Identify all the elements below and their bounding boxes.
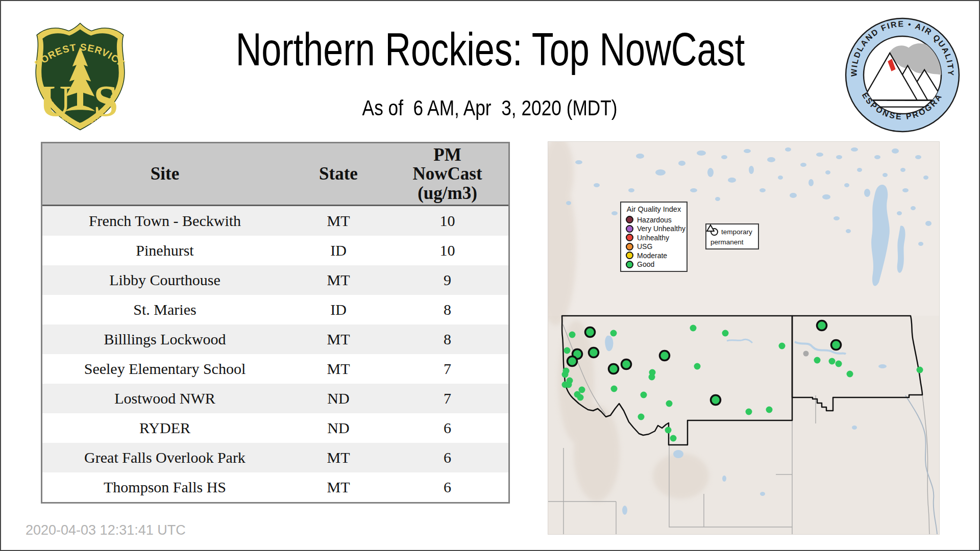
map-canvas — [548, 142, 939, 534]
temporary-monitor-dot — [847, 371, 853, 378]
aqi-color-swatch — [626, 216, 633, 223]
temporary-monitor-dot — [722, 330, 729, 337]
state-cell: MT — [287, 449, 389, 466]
temporary-monitor-dot — [566, 382, 572, 388]
table-row: Libby CourthouseMT9 — [42, 265, 508, 295]
state-column-header: State — [287, 164, 389, 184]
marker-type-legend: temporary permanent — [705, 223, 759, 249]
table-row: Billlings LockwoodMT8 — [42, 324, 508, 354]
table-row: Lostwood NWRND7 — [42, 384, 508, 413]
state-cell: ID — [287, 301, 389, 318]
state-cell: ID — [287, 242, 389, 259]
aqi-legend-item: USG — [626, 242, 687, 252]
state-cell: MT — [287, 360, 389, 378]
pm-nowcast-column-header: PM NowCast (ug/m3) — [389, 145, 505, 202]
value-cell: 6 — [389, 449, 505, 466]
aqi-color-swatch — [626, 261, 633, 268]
temporary-monitor-dot — [836, 361, 842, 367]
inactive-monitors — [803, 351, 809, 357]
state-cell: ND — [287, 390, 389, 407]
aqi-item-label: USG — [637, 242, 652, 251]
temporary-monitor-dot — [564, 347, 571, 354]
temporary-monitor-dot — [641, 392, 647, 398]
temporary-marker-label: temporary — [721, 228, 752, 236]
aqi-legend-item: Hazardous — [626, 215, 687, 224]
aqi-color-swatch — [626, 225, 633, 233]
air-quality-map: Air Quality Index HazardousVery Unhealth… — [548, 142, 939, 534]
permanent-marker-row: permanent — [710, 237, 758, 247]
permanent-monitor-dot — [589, 348, 599, 358]
permanent-monitor-dot — [568, 357, 577, 366]
table-row: Thompson Falls HSMT6 — [42, 472, 508, 502]
table-row: RYDERND6 — [42, 413, 508, 443]
table-row: Seeley Elementary SchoolMT7 — [42, 354, 508, 384]
value-cell: 6 — [389, 479, 505, 496]
aqi-legend: Air Quality Index HazardousVery Unhealth… — [620, 202, 688, 272]
table-row: Great Falls Overlook ParkMT6 — [42, 443, 508, 472]
temporary-monitor-dot — [829, 358, 836, 365]
value-cell: 8 — [389, 301, 505, 318]
site-cell: Libby Courthouse — [42, 271, 287, 289]
site-cell: Thompson Falls HS — [42, 479, 287, 496]
aqi-legend-item: Unhealthy — [626, 233, 687, 242]
state-cell: MT — [287, 271, 389, 289]
permanent-marker-icon — [706, 224, 715, 232]
table-row: French Town - BeckwithMT10 — [42, 206, 508, 236]
state-cell: ND — [287, 419, 389, 437]
aqi-legend-title: Air Quality Index — [621, 205, 687, 213]
permanent-monitor-dot — [609, 364, 619, 374]
aqi-color-swatch — [626, 252, 633, 259]
aqi-color-swatch — [626, 234, 633, 241]
site-cell: French Town - Beckwith — [42, 212, 287, 230]
generation-timestamp: 2020-04-03 12:31:41 UTC — [26, 522, 186, 538]
temporary-monitor-dot — [562, 371, 569, 378]
temporary-monitor-dot — [638, 414, 645, 420]
aqi-legend-items: HazardousVery UnhealthyUnhealthyUSGModer… — [621, 215, 687, 269]
temporary-marker-row: temporary — [710, 227, 758, 237]
aqi-legend-item: Moderate — [626, 251, 687, 260]
state-cell: MT — [287, 212, 389, 230]
permanent-monitor-dot — [711, 395, 721, 405]
page-subtitle: As of 6 AM, Apr 3, 2020 (MDT) — [0, 96, 980, 120]
permanent-monitor-dot — [831, 340, 841, 350]
aqi-item-label: Very Unhealthy — [637, 224, 685, 233]
temporary-monitor-dot — [779, 343, 786, 349]
wfaqrp-seal: WILDLAND FIRE • AIR QUALITY RESPONSE PRO… — [845, 17, 960, 133]
site-column-header: Site — [42, 164, 287, 184]
nowcast-table: Site State PM NowCast (ug/m3) French Tow… — [41, 142, 510, 504]
temporary-monitor-dot — [649, 374, 655, 381]
aqi-item-label: Good — [637, 260, 654, 268]
site-cell: RYDER — [42, 419, 287, 437]
value-cell: 8 — [389, 331, 505, 348]
temporary-monitor-dot — [694, 363, 701, 370]
pm-header-line: NowCast — [389, 164, 505, 183]
report-page: FOREST SERVICE U S DEPARTMENT OF AGRICUL… — [0, 0, 980, 551]
value-cell: 7 — [389, 360, 505, 378]
aqi-color-swatch — [626, 243, 633, 251]
value-cell: 9 — [389, 271, 505, 289]
table-row: St. MariesID8 — [42, 295, 508, 324]
permanent-monitor-dot — [660, 351, 670, 361]
aqi-legend-item: Good — [626, 260, 687, 269]
page-title: Northern Rockies: Top NowCast — [0, 23, 980, 76]
temporary-monitor-dot — [665, 427, 672, 434]
aqi-item-label: Unhealthy — [637, 234, 669, 242]
permanent-marker-label: permanent — [710, 238, 744, 246]
aqi-item-label: Moderate — [637, 252, 667, 260]
inactive-monitor-dot — [803, 351, 809, 357]
value-cell: 7 — [389, 390, 505, 407]
pm-header-line: PM — [389, 145, 505, 164]
aqi-legend-item: Very Unhealthy — [626, 224, 687, 234]
table-row: PinehurstID10 — [42, 236, 508, 265]
temporary-monitor-dot — [746, 409, 752, 415]
temporary-monitor-dot — [814, 357, 821, 364]
site-cell: Lostwood NWR — [42, 390, 287, 407]
permanent-monitor-dot — [585, 328, 595, 337]
state-cell: MT — [287, 331, 389, 348]
value-cell: 10 — [389, 242, 505, 259]
table-body: French Town - BeckwithMT10PinehurstID10L… — [42, 206, 508, 502]
temporary-monitor-dot — [766, 407, 773, 413]
temporary-monitor-dot — [569, 332, 576, 338]
table-header-row: Site State PM NowCast (ug/m3) — [42, 143, 508, 206]
site-cell: Seeley Elementary School — [42, 360, 287, 378]
